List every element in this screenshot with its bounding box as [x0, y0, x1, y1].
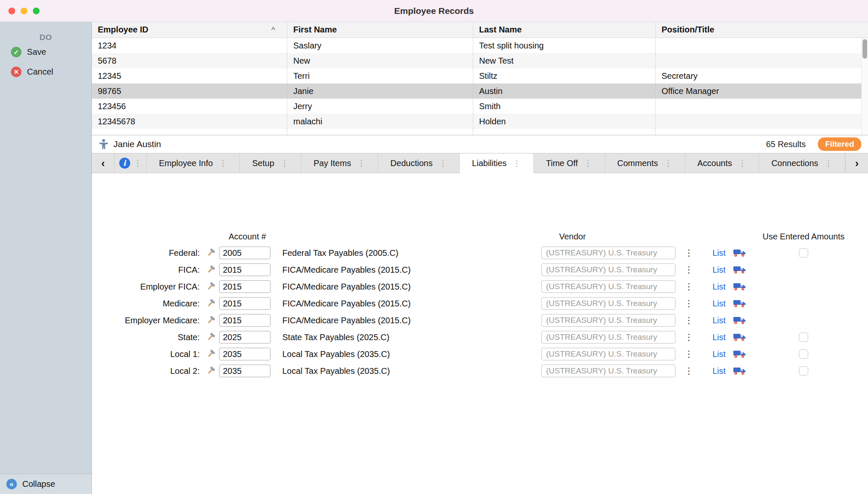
vendor-menu-icon[interactable]: ⋮ [680, 248, 697, 258]
tab-menu-icon[interactable]: ⋮ [825, 159, 833, 167]
account-number-input[interactable] [219, 365, 271, 377]
tab-menu-icon[interactable]: ⋮ [357, 159, 365, 167]
vendor-input[interactable] [541, 348, 675, 360]
vendor-input[interactable] [541, 247, 675, 259]
list-link[interactable]: List [697, 265, 727, 275]
table-scrollbar-track[interactable] [861, 38, 868, 135]
vendor-menu-icon[interactable]: ⋮ [680, 282, 697, 292]
list-link[interactable]: List [697, 299, 727, 309]
tab-time-off[interactable]: Time Off ⋮ [534, 153, 605, 173]
tab-employee-info[interactable]: Employee Info ⋮ [147, 153, 240, 173]
list-link[interactable]: List [697, 282, 727, 292]
table-row[interactable]: 12345678 malachi Holden [92, 114, 868, 129]
tab-comments[interactable]: Comments ⋮ [605, 153, 685, 173]
tab-menu-icon[interactable]: ⋮ [281, 159, 289, 167]
table-scrollbar-thumb[interactable] [863, 39, 867, 59]
account-number-input[interactable] [219, 331, 271, 344]
liabilities-panel: Account # Vendor Use Entered Amounts Fed… [92, 173, 868, 494]
truck-icon[interactable] [733, 349, 746, 359]
vendor-input[interactable] [541, 263, 675, 276]
tab-pay-items[interactable]: Pay Items ⋮ [301, 153, 378, 173]
column-header-last-name[interactable]: Last Name [473, 22, 656, 38]
cell-first-name: Janie [287, 83, 473, 99]
account-number-input[interactable] [219, 280, 271, 293]
vendor-menu-icon[interactable]: ⋮ [680, 349, 697, 359]
vendor-menu-icon[interactable]: ⋮ [680, 265, 697, 275]
use-entered-amounts-checkbox[interactable] [799, 349, 808, 359]
list-link[interactable]: List [697, 316, 727, 325]
collapse-button[interactable]: « Collapse [0, 474, 91, 494]
list-link[interactable]: List [697, 349, 727, 359]
hammer-icon[interactable] [206, 298, 216, 309]
column-header-employee-id[interactable]: Employee ID ^ [92, 22, 287, 38]
account-number-input[interactable] [219, 297, 271, 310]
info-tab-menu-icon[interactable]: ⋮ [134, 159, 142, 167]
tab-setup[interactable]: Setup ⋮ [240, 153, 301, 173]
hammer-icon[interactable] [206, 248, 216, 258]
hammer-icon[interactable] [206, 282, 216, 292]
vendor-input[interactable] [541, 314, 675, 327]
tabs-scroll-left-button[interactable]: ‹ [92, 153, 115, 173]
hammer-icon[interactable] [206, 349, 216, 359]
hammer-icon[interactable] [206, 315, 216, 325]
table-row[interactable]: 12345 Terri Stiltz Secretary [92, 68, 868, 83]
list-link[interactable]: List [697, 248, 727, 258]
truck-icon[interactable] [733, 316, 746, 325]
tab-menu-icon[interactable]: ⋮ [664, 159, 672, 167]
use-entered-amounts-checkbox[interactable] [799, 248, 808, 258]
close-window-button[interactable] [8, 8, 15, 14]
table-row[interactable]: 5678 New New Test [92, 53, 868, 68]
account-number-input[interactable] [219, 263, 271, 276]
tab-connections[interactable]: Connections ⋮ [759, 153, 845, 173]
column-header-first-name[interactable]: First Name [287, 22, 473, 38]
vendor-input[interactable] [541, 297, 675, 310]
tab-info[interactable]: i ⋮ [115, 153, 147, 173]
list-link[interactable]: List [697, 333, 727, 342]
vendor-menu-icon[interactable]: ⋮ [680, 332, 697, 342]
use-entered-amounts-checkbox[interactable] [799, 366, 808, 376]
tab-menu-icon[interactable]: ⋮ [219, 159, 227, 167]
vendor-input[interactable] [541, 331, 675, 344]
column-header-label: Last Name [479, 25, 522, 35]
hammer-icon[interactable] [206, 366, 216, 376]
vendor-input[interactable] [541, 280, 675, 293]
vendor-input[interactable] [541, 365, 675, 377]
filtered-badge[interactable]: Filtered [818, 137, 861, 151]
tab-menu-icon[interactable]: ⋮ [439, 159, 447, 167]
tab-accounts[interactable]: Accounts ⋮ [685, 153, 759, 173]
vendor-menu-icon[interactable]: ⋮ [680, 298, 697, 309]
tab-bar: ‹ i ⋮ Employee Info ⋮ Setup ⋮ Pay Items … [92, 153, 868, 173]
vendor-menu-icon[interactable]: ⋮ [680, 366, 697, 376]
tab-label: Setup [252, 158, 274, 168]
tab-menu-icon[interactable]: ⋮ [513, 159, 521, 167]
truck-icon[interactable] [733, 366, 746, 376]
tab-liabilities[interactable]: Liabilities ⋮ [460, 153, 534, 173]
truck-icon[interactable] [733, 282, 746, 291]
minimize-window-button[interactable] [21, 8, 27, 14]
vendor-menu-icon[interactable]: ⋮ [680, 315, 697, 325]
account-number-input[interactable] [219, 348, 271, 360]
tab-deductions[interactable]: Deductions ⋮ [378, 153, 460, 173]
tabs-scroll-right-button[interactable]: › [845, 153, 868, 173]
column-header-position-title[interactable]: Position/Title [656, 22, 868, 38]
tab-menu-icon[interactable]: ⋮ [584, 159, 592, 167]
truck-icon[interactable] [733, 265, 746, 274]
employee-records-window: Employee Records DO ✓ Save ✕ Cancel « Co… [0, 0, 868, 494]
account-number-input[interactable] [219, 247, 271, 259]
use-entered-amounts-checkbox[interactable] [799, 333, 808, 342]
truck-icon[interactable] [733, 248, 746, 258]
hammer-icon[interactable] [206, 265, 216, 275]
table-row[interactable]: 123456 Jerry Smith [92, 99, 868, 114]
table-row[interactable]: 1234 Saslary Test split housing [92, 38, 868, 53]
cell-employee-id: 1234 [92, 38, 287, 53]
truck-icon[interactable] [733, 333, 746, 342]
cancel-button[interactable]: ✕ Cancel [0, 62, 91, 82]
save-button[interactable]: ✓ Save [0, 42, 91, 62]
list-link[interactable]: List [697, 366, 727, 376]
tab-menu-icon[interactable]: ⋮ [738, 159, 746, 167]
truck-icon[interactable] [733, 299, 746, 308]
hammer-icon[interactable] [206, 332, 216, 342]
table-row[interactable]: 98765 Janie Austin Office Manager [92, 83, 868, 99]
account-number-input[interactable] [219, 314, 271, 327]
zoom-window-button[interactable] [33, 8, 40, 14]
